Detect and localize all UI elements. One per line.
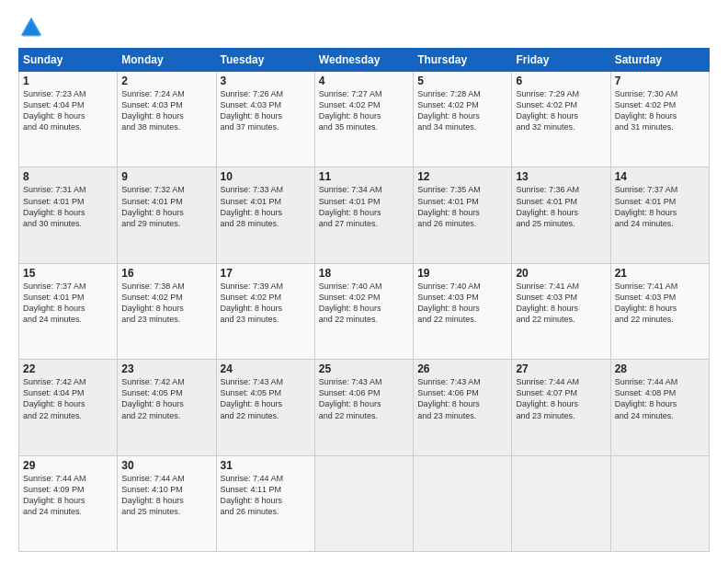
day-content: Sunrise: 7:33 AM Sunset: 4:01 PM Dayligh…: [221, 184, 311, 229]
day-number: 14: [615, 170, 705, 183]
day-content: Sunrise: 7:30 AM Sunset: 4:02 PM Dayligh…: [615, 88, 705, 133]
day-number: 20: [516, 267, 606, 280]
day-number: 5: [417, 75, 507, 87]
day-number: 16: [121, 267, 211, 280]
day-content: Sunrise: 7:36 AM Sunset: 4:01 PM Dayligh…: [516, 184, 606, 229]
day-content: Sunrise: 7:32 AM Sunset: 4:01 PM Dayligh…: [121, 184, 211, 229]
week-row-3: 15Sunrise: 7:37 AM Sunset: 4:01 PM Dayli…: [19, 263, 710, 359]
day-cell: 19Sunrise: 7:40 AM Sunset: 4:03 PM Dayli…: [414, 263, 512, 359]
day-cell: 8Sunrise: 7:31 AM Sunset: 4:01 PM Daylig…: [19, 167, 118, 263]
day-cell: 14Sunrise: 7:37 AM Sunset: 4:01 PM Dayli…: [610, 167, 709, 263]
day-number: 23: [121, 362, 211, 375]
day-cell: 18Sunrise: 7:40 AM Sunset: 4:02 PM Dayli…: [314, 263, 413, 359]
day-cell: 31Sunrise: 7:44 AM Sunset: 4:11 PM Dayli…: [216, 455, 314, 551]
day-cell: 17Sunrise: 7:39 AM Sunset: 4:02 PM Dayli…: [216, 263, 314, 359]
day-content: Sunrise: 7:27 AM Sunset: 4:02 PM Dayligh…: [319, 88, 409, 133]
header-row: SundayMondayTuesdayWednesdayThursdayFrid…: [19, 49, 710, 72]
day-number: 6: [516, 75, 606, 87]
day-content: Sunrise: 7:34 AM Sunset: 4:01 PM Dayligh…: [319, 184, 409, 229]
header-cell-friday: Friday: [512, 49, 610, 72]
day-number: 1: [23, 75, 113, 87]
day-number: 8: [23, 170, 113, 183]
week-row-5: 29Sunrise: 7:44 AM Sunset: 4:09 PM Dayli…: [19, 455, 710, 551]
day-content: Sunrise: 7:23 AM Sunset: 4:04 PM Dayligh…: [23, 88, 113, 133]
header: [18, 15, 710, 40]
header-cell-sunday: Sunday: [19, 49, 118, 72]
day-number: 11: [319, 170, 409, 183]
day-cell: 10Sunrise: 7:33 AM Sunset: 4:01 PM Dayli…: [216, 167, 314, 263]
day-cell: 2Sunrise: 7:24 AM Sunset: 4:03 PM Daylig…: [118, 72, 216, 167]
day-number: 21: [615, 267, 705, 280]
day-number: 29: [23, 459, 113, 472]
day-cell: [314, 455, 413, 551]
day-content: Sunrise: 7:26 AM Sunset: 4:03 PM Dayligh…: [221, 88, 311, 133]
day-content: Sunrise: 7:41 AM Sunset: 4:03 PM Dayligh…: [615, 281, 705, 326]
day-number: 18: [319, 267, 409, 280]
week-row-1: 1Sunrise: 7:23 AM Sunset: 4:04 PM Daylig…: [19, 72, 710, 167]
day-cell: 26Sunrise: 7:43 AM Sunset: 4:06 PM Dayli…: [414, 360, 512, 455]
day-cell: 4Sunrise: 7:27 AM Sunset: 4:02 PM Daylig…: [314, 72, 413, 167]
day-cell: 24Sunrise: 7:43 AM Sunset: 4:05 PM Dayli…: [216, 360, 314, 455]
day-content: Sunrise: 7:31 AM Sunset: 4:01 PM Dayligh…: [23, 184, 113, 229]
day-content: Sunrise: 7:40 AM Sunset: 4:03 PM Dayligh…: [417, 281, 507, 326]
logo: [18, 15, 49, 40]
day-cell: 29Sunrise: 7:44 AM Sunset: 4:09 PM Dayli…: [19, 455, 118, 551]
day-cell: 23Sunrise: 7:42 AM Sunset: 4:05 PM Dayli…: [118, 360, 216, 455]
day-number: 3: [221, 75, 311, 87]
calendar-page: SundayMondayTuesdayWednesdayThursdayFrid…: [0, 0, 728, 563]
day-cell: 28Sunrise: 7:44 AM Sunset: 4:08 PM Dayli…: [610, 360, 709, 455]
day-cell: 1Sunrise: 7:23 AM Sunset: 4:04 PM Daylig…: [19, 72, 118, 167]
day-cell: 15Sunrise: 7:37 AM Sunset: 4:01 PM Dayli…: [19, 263, 118, 359]
day-number: 25: [319, 362, 409, 375]
day-content: Sunrise: 7:44 AM Sunset: 4:08 PM Dayligh…: [615, 376, 705, 421]
day-content: Sunrise: 7:38 AM Sunset: 4:02 PM Dayligh…: [121, 281, 211, 326]
day-number: 13: [516, 170, 606, 183]
day-cell: 11Sunrise: 7:34 AM Sunset: 4:01 PM Dayli…: [314, 167, 413, 263]
day-cell: 12Sunrise: 7:35 AM Sunset: 4:01 PM Dayli…: [414, 167, 512, 263]
day-content: Sunrise: 7:43 AM Sunset: 4:06 PM Dayligh…: [417, 376, 507, 421]
day-number: 24: [221, 362, 311, 375]
day-content: Sunrise: 7:41 AM Sunset: 4:03 PM Dayligh…: [516, 281, 606, 326]
day-cell: 13Sunrise: 7:36 AM Sunset: 4:01 PM Dayli…: [512, 167, 610, 263]
day-cell: [610, 455, 709, 551]
day-content: Sunrise: 7:24 AM Sunset: 4:03 PM Dayligh…: [121, 88, 211, 133]
day-number: 27: [516, 362, 606, 375]
day-number: 26: [417, 362, 507, 375]
day-cell: 27Sunrise: 7:44 AM Sunset: 4:07 PM Dayli…: [512, 360, 610, 455]
header-cell-wednesday: Wednesday: [314, 49, 413, 72]
day-cell: 16Sunrise: 7:38 AM Sunset: 4:02 PM Dayli…: [118, 263, 216, 359]
header-cell-monday: Monday: [118, 49, 216, 72]
day-cell: 7Sunrise: 7:30 AM Sunset: 4:02 PM Daylig…: [610, 72, 709, 167]
day-content: Sunrise: 7:44 AM Sunset: 4:07 PM Dayligh…: [516, 376, 606, 421]
day-number: 15: [23, 267, 113, 280]
day-number: 10: [221, 170, 311, 183]
day-number: 7: [615, 75, 705, 87]
day-content: Sunrise: 7:40 AM Sunset: 4:02 PM Dayligh…: [319, 281, 409, 326]
day-content: Sunrise: 7:42 AM Sunset: 4:05 PM Dayligh…: [121, 376, 211, 421]
header-cell-tuesday: Tuesday: [216, 49, 314, 72]
day-number: 9: [121, 170, 211, 183]
day-cell: 21Sunrise: 7:41 AM Sunset: 4:03 PM Dayli…: [610, 263, 709, 359]
day-cell: 25Sunrise: 7:43 AM Sunset: 4:06 PM Dayli…: [314, 360, 413, 455]
header-cell-thursday: Thursday: [414, 49, 512, 72]
logo-icon: [18, 15, 44, 40]
day-content: Sunrise: 7:29 AM Sunset: 4:02 PM Dayligh…: [516, 88, 606, 133]
day-number: 28: [615, 362, 705, 375]
day-cell: 20Sunrise: 7:41 AM Sunset: 4:03 PM Dayli…: [512, 263, 610, 359]
day-content: Sunrise: 7:44 AM Sunset: 4:10 PM Dayligh…: [121, 473, 211, 518]
day-content: Sunrise: 7:39 AM Sunset: 4:02 PM Dayligh…: [221, 281, 311, 326]
day-number: 31: [221, 459, 311, 472]
day-content: Sunrise: 7:44 AM Sunset: 4:09 PM Dayligh…: [23, 473, 113, 518]
calendar-table: SundayMondayTuesdayWednesdayThursdayFrid…: [18, 48, 710, 552]
day-number: 30: [121, 459, 211, 472]
day-cell: 6Sunrise: 7:29 AM Sunset: 4:02 PM Daylig…: [512, 72, 610, 167]
day-cell: 5Sunrise: 7:28 AM Sunset: 4:02 PM Daylig…: [414, 72, 512, 167]
day-content: Sunrise: 7:43 AM Sunset: 4:05 PM Dayligh…: [221, 376, 311, 421]
day-content: Sunrise: 7:28 AM Sunset: 4:02 PM Dayligh…: [417, 88, 507, 133]
day-content: Sunrise: 7:37 AM Sunset: 4:01 PM Dayligh…: [615, 184, 705, 229]
day-number: 19: [417, 267, 507, 280]
day-content: Sunrise: 7:37 AM Sunset: 4:01 PM Dayligh…: [23, 281, 113, 326]
day-cell: [512, 455, 610, 551]
header-cell-saturday: Saturday: [610, 49, 709, 72]
week-row-4: 22Sunrise: 7:42 AM Sunset: 4:04 PM Dayli…: [19, 360, 710, 455]
